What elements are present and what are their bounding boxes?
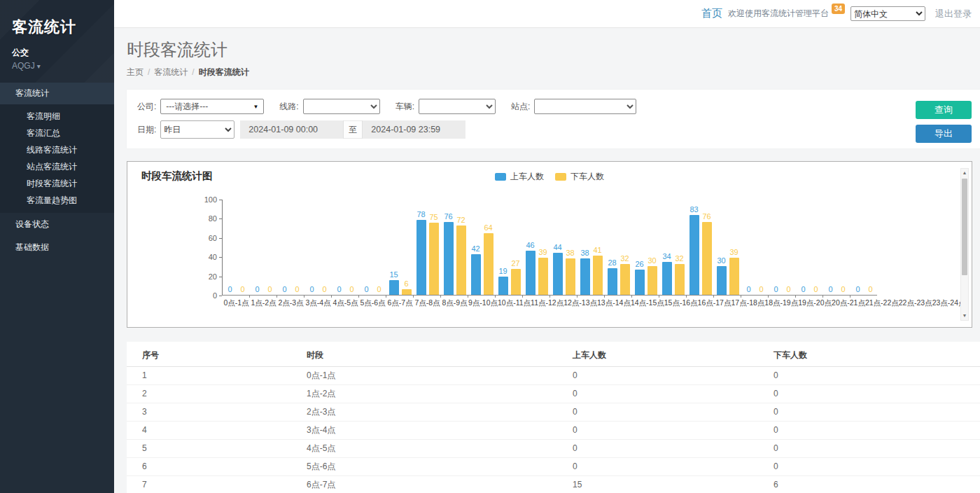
x-axis-label: 2点-3点	[277, 298, 304, 308]
x-axis-ticks	[223, 295, 877, 298]
x-axis-label: 8点-9点	[441, 298, 468, 308]
action-buttons: 查询 导出	[916, 101, 972, 143]
chart-category: 00	[304, 200, 332, 295]
sidebar-item[interactable]: 基础数据	[0, 236, 114, 259]
sidebar-subitem[interactable]: 客流量趋势图	[0, 192, 114, 209]
bar-value-label: 0	[309, 285, 314, 293]
scroll-down-arrow-icon[interactable]: ▼	[961, 312, 968, 320]
bar-value-label: 64	[484, 223, 492, 232]
date-to-input[interactable]: 2024-01-09 23:59	[363, 120, 465, 139]
bar-group: 26	[635, 260, 645, 295]
chart-bar	[593, 256, 603, 295]
language-select[interactable]: 简体中文	[850, 6, 925, 21]
date-preset-select[interactable]: 昨日	[160, 120, 234, 139]
table-cell: 0	[557, 403, 758, 421]
y-axis-tick	[219, 277, 222, 277]
filter-row-2: 日期: 昨日 2024-01-09 00:00 至 2024-01-09 23:…	[137, 120, 969, 139]
x-axis-label: 15点-16点	[664, 298, 698, 308]
table-cell: 3点-4点	[291, 421, 557, 439]
bar-group: 39	[729, 248, 739, 295]
chart-bar	[729, 258, 739, 295]
company-select-value: ---请选择---	[166, 101, 208, 113]
bar-group: 0	[307, 285, 317, 295]
sidebar-subitem[interactable]: 时段客流统计	[0, 175, 114, 192]
bar-value-label: 0	[227, 285, 232, 293]
sidebar-item[interactable]: 客流统计	[0, 83, 114, 104]
bar-value-label: 46	[526, 241, 534, 249]
bar-value-label: 0	[786, 285, 790, 293]
bar-group: 0	[374, 285, 384, 295]
bar-group: 0	[225, 285, 235, 295]
org-code-dropdown[interactable]: AQGJ▾	[12, 61, 114, 71]
date-from-input[interactable]: 2024-01-09 00:00	[240, 120, 343, 139]
notification-badge[interactable]: 34	[832, 4, 845, 14]
bar-value-label: 75	[429, 213, 438, 221]
breadcrumb: 主页/客流统计/时段客流统计	[127, 67, 980, 78]
bar-value-label: 0	[349, 285, 354, 293]
y-axis-label: 100	[196, 195, 217, 204]
line-select[interactable]	[303, 99, 380, 114]
chart-bar	[429, 223, 439, 295]
table-cell: 2	[127, 384, 291, 403]
breadcrumb-section[interactable]: 客流统计	[154, 67, 188, 77]
breadcrumb-home[interactable]: 主页	[127, 67, 144, 77]
export-button[interactable]: 导出	[916, 125, 972, 143]
sidebar-subitem[interactable]: 线路客流统计	[0, 141, 114, 158]
org-code-label: AQGJ	[12, 61, 35, 71]
bar-group: 42	[471, 244, 481, 295]
bar-value-label: 19	[498, 267, 507, 275]
sidebar-item[interactable]: 设备状态	[0, 213, 114, 236]
bar-group: 0	[744, 285, 754, 295]
bar-value-label: 76	[702, 212, 710, 221]
legend-item[interactable]: 下车人数	[555, 171, 604, 183]
company-select[interactable]: ---请选择--- ▼	[160, 99, 264, 114]
bar-value-label: 0	[813, 285, 818, 293]
table-panel: 序号时段上车人数下车人数 10点-1点0021点-2点0032点-3点0043点…	[127, 342, 980, 493]
table-row: 54点-5点00	[127, 439, 980, 457]
chart-category: 00	[850, 200, 878, 295]
bar-group: 0	[347, 285, 357, 295]
sidebar-subitem[interactable]: 客流汇总	[0, 125, 114, 141]
sidebar-subitem[interactable]: 站点客流统计	[0, 158, 114, 175]
sidebar-subitem[interactable]: 客流明细	[0, 108, 114, 125]
breadcrumb-separator: /	[148, 67, 150, 77]
station-select[interactable]	[534, 99, 636, 114]
sidebar-header: 客流统计 公交 AQGJ▾	[0, 0, 114, 83]
chart-bar	[717, 266, 727, 295]
hourly-flow-table: 序号时段上车人数下车人数 10点-1点0021点-2点0032点-3点0043点…	[127, 345, 980, 493]
chart-category: 4438	[550, 200, 578, 295]
bar-group: 30	[717, 256, 727, 295]
bar-value-label: 0	[364, 285, 368, 293]
bar-value-label: 39	[729, 248, 738, 256]
table-column-header: 上车人数	[557, 345, 758, 366]
chart-bar	[608, 268, 617, 295]
bar-group: 39	[538, 248, 548, 295]
vehicle-select[interactable]	[419, 99, 496, 114]
table-cell: 7	[127, 475, 291, 493]
chart-bar	[648, 266, 657, 295]
bar-value-label: 83	[690, 205, 698, 214]
legend-swatch	[495, 173, 506, 181]
sidebar-submenu: 客流明细客流汇总线路客流统计站点客流统计时段客流统计客流量趋势图	[0, 104, 114, 213]
query-button[interactable]: 查询	[916, 101, 972, 119]
x-axis-label: 18点-19点	[764, 298, 798, 308]
scrollbar-thumb[interactable]	[962, 179, 967, 275]
bar-group: 0	[362, 285, 372, 295]
scroll-up-arrow-icon[interactable]: ▲	[961, 169, 968, 177]
legend-item[interactable]: 上车人数	[495, 171, 544, 183]
logout-link[interactable]: 退出登录	[935, 8, 972, 20]
bar-group: 38	[580, 249, 590, 295]
table-cell: 6	[127, 457, 291, 475]
bar-group: 0	[253, 285, 262, 295]
table-column-header: 下车人数	[758, 345, 980, 366]
chart-category: 00	[223, 200, 250, 295]
chart-bar	[635, 270, 645, 295]
home-link[interactable]: 首页	[701, 7, 722, 20]
chart-plot-area: 020406080100 000000000000156787576724264…	[222, 200, 877, 296]
x-axis-label: 20点-21点	[832, 298, 865, 308]
bar-group: 28	[608, 258, 617, 295]
legend-label: 下车人数	[570, 171, 604, 183]
x-axis-label: 11点-12点	[531, 298, 564, 308]
chart-bar	[471, 254, 481, 295]
chart-scrollbar[interactable]: ▲ ▼	[960, 168, 969, 321]
